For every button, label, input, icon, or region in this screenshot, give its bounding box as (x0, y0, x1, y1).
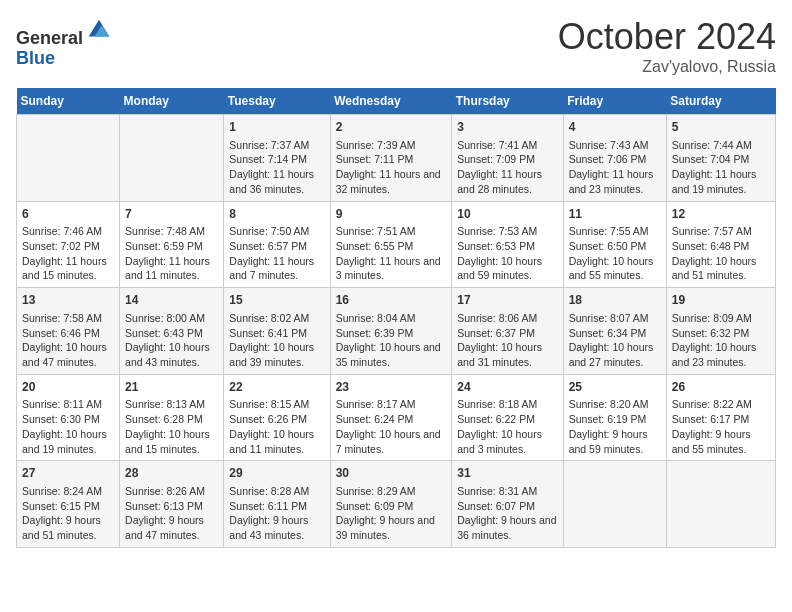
calendar-cell: 7Sunrise: 7:48 AM Sunset: 6:59 PM Daylig… (120, 201, 224, 288)
day-content: Sunrise: 8:26 AM Sunset: 6:13 PM Dayligh… (125, 484, 218, 543)
calendar-cell: 13Sunrise: 7:58 AM Sunset: 6:46 PM Dayli… (17, 288, 120, 375)
calendar-cell: 23Sunrise: 8:17 AM Sunset: 6:24 PM Dayli… (330, 374, 452, 461)
calendar-cell (120, 115, 224, 202)
day-number: 6 (22, 206, 114, 223)
calendar-cell: 5Sunrise: 7:44 AM Sunset: 7:04 PM Daylig… (666, 115, 775, 202)
location-subtitle: Zav'yalovo, Russia (558, 58, 776, 76)
day-content: Sunrise: 8:00 AM Sunset: 6:43 PM Dayligh… (125, 311, 218, 370)
day-number: 15 (229, 292, 324, 309)
calendar-cell: 30Sunrise: 8:29 AM Sunset: 6:09 PM Dayli… (330, 461, 452, 548)
calendar-cell: 1Sunrise: 7:37 AM Sunset: 7:14 PM Daylig… (224, 115, 330, 202)
day-number: 11 (569, 206, 661, 223)
calendar-cell: 15Sunrise: 8:02 AM Sunset: 6:41 PM Dayli… (224, 288, 330, 375)
day-content: Sunrise: 8:11 AM Sunset: 6:30 PM Dayligh… (22, 397, 114, 456)
day-number: 14 (125, 292, 218, 309)
day-number: 19 (672, 292, 770, 309)
day-content: Sunrise: 7:50 AM Sunset: 6:57 PM Dayligh… (229, 224, 324, 283)
day-number: 21 (125, 379, 218, 396)
calendar-week-4: 20Sunrise: 8:11 AM Sunset: 6:30 PM Dayli… (17, 374, 776, 461)
day-content: Sunrise: 7:41 AM Sunset: 7:09 PM Dayligh… (457, 138, 557, 197)
calendar-cell (17, 115, 120, 202)
month-title: October 2024 (558, 16, 776, 58)
day-content: Sunrise: 8:09 AM Sunset: 6:32 PM Dayligh… (672, 311, 770, 370)
day-content: Sunrise: 8:07 AM Sunset: 6:34 PM Dayligh… (569, 311, 661, 370)
calendar-cell (563, 461, 666, 548)
calendar-cell: 27Sunrise: 8:24 AM Sunset: 6:15 PM Dayli… (17, 461, 120, 548)
day-number: 25 (569, 379, 661, 396)
calendar-cell: 18Sunrise: 8:07 AM Sunset: 6:34 PM Dayli… (563, 288, 666, 375)
calendar-cell: 20Sunrise: 8:11 AM Sunset: 6:30 PM Dayli… (17, 374, 120, 461)
calendar-cell: 3Sunrise: 7:41 AM Sunset: 7:09 PM Daylig… (452, 115, 563, 202)
calendar-cell: 26Sunrise: 8:22 AM Sunset: 6:17 PM Dayli… (666, 374, 775, 461)
day-content: Sunrise: 8:04 AM Sunset: 6:39 PM Dayligh… (336, 311, 447, 370)
calendar-cell: 10Sunrise: 7:53 AM Sunset: 6:53 PM Dayli… (452, 201, 563, 288)
day-content: Sunrise: 8:02 AM Sunset: 6:41 PM Dayligh… (229, 311, 324, 370)
calendar-cell: 16Sunrise: 8:04 AM Sunset: 6:39 PM Dayli… (330, 288, 452, 375)
header-sunday: Sunday (17, 88, 120, 115)
calendar-cell: 17Sunrise: 8:06 AM Sunset: 6:37 PM Dayli… (452, 288, 563, 375)
day-number: 7 (125, 206, 218, 223)
day-number: 26 (672, 379, 770, 396)
calendar-week-2: 6Sunrise: 7:46 AM Sunset: 7:02 PM Daylig… (17, 201, 776, 288)
day-content: Sunrise: 8:31 AM Sunset: 6:07 PM Dayligh… (457, 484, 557, 543)
day-number: 27 (22, 465, 114, 482)
day-number: 29 (229, 465, 324, 482)
logo-icon (85, 16, 113, 44)
day-number: 10 (457, 206, 557, 223)
day-number: 22 (229, 379, 324, 396)
calendar-cell (666, 461, 775, 548)
calendar-cell: 31Sunrise: 8:31 AM Sunset: 6:07 PM Dayli… (452, 461, 563, 548)
calendar-cell: 24Sunrise: 8:18 AM Sunset: 6:22 PM Dayli… (452, 374, 563, 461)
day-number: 28 (125, 465, 218, 482)
day-content: Sunrise: 8:13 AM Sunset: 6:28 PM Dayligh… (125, 397, 218, 456)
day-number: 3 (457, 119, 557, 136)
day-content: Sunrise: 8:06 AM Sunset: 6:37 PM Dayligh… (457, 311, 557, 370)
day-number: 17 (457, 292, 557, 309)
day-number: 24 (457, 379, 557, 396)
day-content: Sunrise: 7:57 AM Sunset: 6:48 PM Dayligh… (672, 224, 770, 283)
logo-blue: Blue (16, 48, 55, 68)
day-content: Sunrise: 8:18 AM Sunset: 6:22 PM Dayligh… (457, 397, 557, 456)
day-content: Sunrise: 8:24 AM Sunset: 6:15 PM Dayligh… (22, 484, 114, 543)
day-content: Sunrise: 7:39 AM Sunset: 7:11 PM Dayligh… (336, 138, 447, 197)
day-content: Sunrise: 7:48 AM Sunset: 6:59 PM Dayligh… (125, 224, 218, 283)
calendar-cell: 4Sunrise: 7:43 AM Sunset: 7:06 PM Daylig… (563, 115, 666, 202)
day-number: 2 (336, 119, 447, 136)
day-number: 18 (569, 292, 661, 309)
day-content: Sunrise: 7:43 AM Sunset: 7:06 PM Dayligh… (569, 138, 661, 197)
day-number: 20 (22, 379, 114, 396)
day-number: 5 (672, 119, 770, 136)
day-number: 9 (336, 206, 447, 223)
calendar-cell: 11Sunrise: 7:55 AM Sunset: 6:50 PM Dayli… (563, 201, 666, 288)
calendar-week-3: 13Sunrise: 7:58 AM Sunset: 6:46 PM Dayli… (17, 288, 776, 375)
calendar-cell: 2Sunrise: 7:39 AM Sunset: 7:11 PM Daylig… (330, 115, 452, 202)
header-friday: Friday (563, 88, 666, 115)
day-content: Sunrise: 7:37 AM Sunset: 7:14 PM Dayligh… (229, 138, 324, 197)
calendar-cell: 28Sunrise: 8:26 AM Sunset: 6:13 PM Dayli… (120, 461, 224, 548)
calendar-week-1: 1Sunrise: 7:37 AM Sunset: 7:14 PM Daylig… (17, 115, 776, 202)
logo: General Blue (16, 16, 113, 69)
day-number: 23 (336, 379, 447, 396)
day-content: Sunrise: 7:46 AM Sunset: 7:02 PM Dayligh… (22, 224, 114, 283)
calendar-cell: 21Sunrise: 8:13 AM Sunset: 6:28 PM Dayli… (120, 374, 224, 461)
calendar-cell: 19Sunrise: 8:09 AM Sunset: 6:32 PM Dayli… (666, 288, 775, 375)
header-wednesday: Wednesday (330, 88, 452, 115)
calendar-week-5: 27Sunrise: 8:24 AM Sunset: 6:15 PM Dayli… (17, 461, 776, 548)
day-content: Sunrise: 8:28 AM Sunset: 6:11 PM Dayligh… (229, 484, 324, 543)
day-number: 1 (229, 119, 324, 136)
calendar-cell: 29Sunrise: 8:28 AM Sunset: 6:11 PM Dayli… (224, 461, 330, 548)
day-content: Sunrise: 7:51 AM Sunset: 6:55 PM Dayligh… (336, 224, 447, 283)
day-content: Sunrise: 7:55 AM Sunset: 6:50 PM Dayligh… (569, 224, 661, 283)
day-content: Sunrise: 8:29 AM Sunset: 6:09 PM Dayligh… (336, 484, 447, 543)
page-header: General Blue October 2024 Zav'yalovo, Ru… (16, 16, 776, 76)
title-block: October 2024 Zav'yalovo, Russia (558, 16, 776, 76)
header-thursday: Thursday (452, 88, 563, 115)
day-number: 16 (336, 292, 447, 309)
day-content: Sunrise: 7:53 AM Sunset: 6:53 PM Dayligh… (457, 224, 557, 283)
calendar-cell: 12Sunrise: 7:57 AM Sunset: 6:48 PM Dayli… (666, 201, 775, 288)
day-number: 13 (22, 292, 114, 309)
logo-general: General (16, 28, 83, 48)
day-number: 8 (229, 206, 324, 223)
day-content: Sunrise: 8:20 AM Sunset: 6:19 PM Dayligh… (569, 397, 661, 456)
calendar-table: SundayMondayTuesdayWednesdayThursdayFrid… (16, 88, 776, 548)
